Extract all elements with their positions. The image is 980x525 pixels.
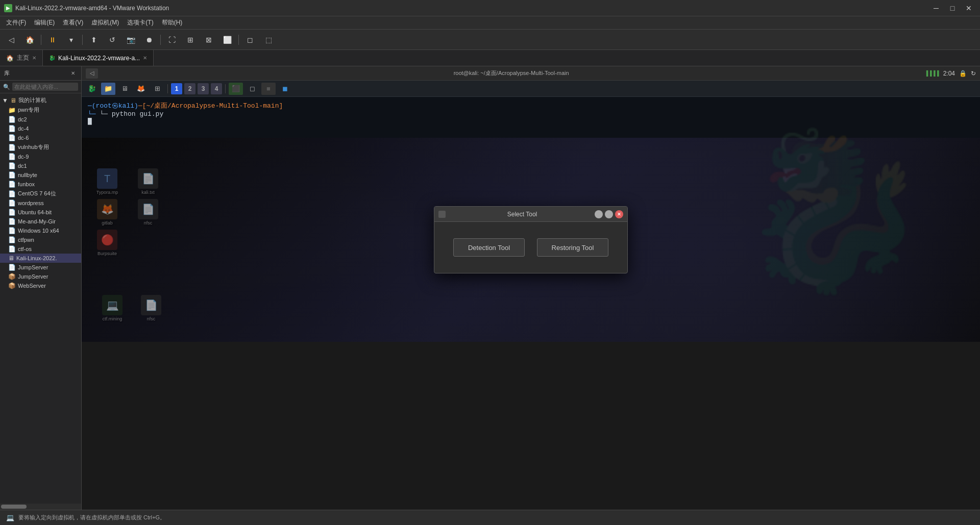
- tree-item-webserver[interactable]: 📦 WebServer: [0, 281, 81, 290]
- toolbar-back-btn[interactable]: ◁: [3, 33, 19, 47]
- toolbar-prefs-btn[interactable]: ⬚: [260, 33, 277, 47]
- kali-tab-close[interactable]: ✕: [143, 55, 147, 61]
- menu-edit[interactable]: 编辑(E): [30, 17, 59, 28]
- sidebar-close-btn[interactable]: ✕: [69, 69, 77, 78]
- tree-item-nullbyte[interactable]: 📄 nullbyte: [0, 170, 81, 180]
- kali-tab-label: Kali-Linux-2022.2-vmware-a...: [58, 55, 140, 62]
- tree-item-dc4[interactable]: 📄 dc-4: [0, 124, 81, 133]
- tree-file-icon-js1: 📄: [8, 264, 16, 271]
- toolbar-resize-btn[interactable]: ⊠: [201, 33, 217, 47]
- tree-file-icon-wordpress: 📄: [8, 199, 16, 207]
- sidebar-scrollbar[interactable]: [0, 504, 81, 510]
- tree-item-funbox[interactable]: 📄 funbox: [0, 180, 81, 189]
- sidebar-search-input[interactable]: [12, 83, 78, 91]
- kali-files-btn[interactable]: 📁: [101, 83, 115, 95]
- tab-home[interactable]: 🏠 主页 ✕: [0, 50, 43, 66]
- tree-file-icon-ctfos: 📄: [8, 245, 16, 253]
- toolbar-home-btn[interactable]: 🏠: [21, 33, 38, 47]
- dialog-close-btn[interactable]: ✕: [615, 210, 623, 218]
- tree-item-dc6[interactable]: 📄 dc-6: [0, 133, 81, 142]
- tree-file-icon-win10: 📄: [8, 227, 16, 234]
- tree-file-icon-ctfpwn: 📄: [8, 236, 16, 243]
- menu-help[interactable]: 帮助(H): [158, 17, 187, 28]
- select-tool-dialog: Select Tool ✕ Detection Tool Restoring T…: [434, 206, 628, 273]
- toolbar-sep-4: [238, 35, 239, 45]
- tree-item-jumpserver1[interactable]: 📄 JumpServer: [0, 263, 81, 272]
- tree-item-vulnhub[interactable]: 📄 vulnhub专用: [0, 142, 81, 152]
- toolbar-pause-dropdown[interactable]: ▾: [63, 33, 79, 47]
- workspace-1-btn[interactable]: 1: [171, 83, 182, 94]
- tree-item-me-gir[interactable]: 📄 Me-and-My-Gir: [0, 217, 81, 226]
- workspace-4-btn[interactable]: 4: [211, 83, 222, 94]
- toolbar-send-btn[interactable]: ⬆: [86, 33, 102, 47]
- tree-item-pwn[interactable]: 📁 pwn专用: [0, 105, 81, 115]
- toolbar-sep-3: [160, 35, 161, 45]
- tree-item-wordpress[interactable]: 📄 wordpress: [0, 198, 81, 208]
- sidebar-search-area: 🔍: [0, 81, 81, 93]
- restoring-tool-button[interactable]: Restoring Tool: [537, 238, 608, 257]
- signal-icon: ▐▐▐▐: [924, 70, 939, 76]
- kali-menu-btn[interactable]: 🐉: [85, 83, 99, 95]
- kali-app3-btn[interactable]: ■: [261, 83, 276, 95]
- tabs-bar: 🏠 主页 ✕ 🐉 Kali-Linux-2022.2-vmware-a... ✕: [0, 50, 980, 66]
- minimize-button[interactable]: ─: [929, 2, 943, 14]
- tree-pkg-icon-js2: 📦: [8, 273, 16, 280]
- menu-tab[interactable]: 选项卡(T): [123, 17, 157, 28]
- tree-item-jumpserver2[interactable]: 📦 JumpServer: [0, 272, 81, 281]
- tree-item-centos[interactable]: 📄 CentOS 7 64位: [0, 189, 81, 198]
- dialog-minimize-btn[interactable]: [595, 210, 603, 218]
- menu-file[interactable]: 文件(F): [2, 17, 30, 28]
- tree-item-dc1[interactable]: 📄 dc1: [0, 161, 81, 170]
- kali-app4-btn[interactable]: ◼: [278, 83, 292, 95]
- tree-item-ctfpwn[interactable]: 📄 ctfpwn: [0, 235, 81, 244]
- sidebar-scroll-thumb: [1, 505, 27, 509]
- tree-file-icon-dc1: 📄: [8, 162, 16, 169]
- maximize-button[interactable]: □: [945, 2, 960, 14]
- menu-vm[interactable]: 虚拟机(M): [87, 17, 123, 28]
- tree-expand-icon: ▼: [2, 97, 8, 104]
- menu-view[interactable]: 查看(V): [59, 17, 87, 28]
- terminal-cursor-line: █: [88, 118, 974, 126]
- toolbar-capture-btn[interactable]: 📷: [122, 33, 139, 47]
- tree-file-icon-vulnhub: 📄: [8, 144, 16, 151]
- kali-app2-btn[interactable]: ◻: [245, 83, 259, 95]
- terminal-line-2: └─ └─ python gui.py: [88, 110, 974, 118]
- kali-firefox-btn[interactable]: 🦊: [134, 83, 148, 95]
- home-tab-close[interactable]: ✕: [32, 55, 36, 61]
- tree-item-dc2[interactable]: 📄 dc2: [0, 115, 81, 124]
- tree-item-ubuntu[interactable]: 📄 Ubuntu 64-bit: [0, 208, 81, 217]
- toolbar-pause-btn[interactable]: ⏸: [44, 33, 61, 47]
- tree-root[interactable]: ▼ 🖥 我的计算机: [0, 95, 81, 105]
- kali-apps-btn[interactable]: ⊞: [150, 83, 164, 95]
- tree-item-kali-active[interactable]: 🖥 Kali-Linux-2022.: [0, 254, 81, 263]
- kali-app1-btn[interactable]: ⬛: [229, 83, 243, 95]
- toolbar-record-btn[interactable]: ⏺: [141, 33, 157, 47]
- tree-file-icon-dc9: 📄: [8, 153, 16, 160]
- term-prompt: ─(root㉿kali): [88, 102, 138, 110]
- toolbar-refresh-btn[interactable]: ↺: [104, 33, 120, 47]
- dialog-title-icon: [438, 211, 446, 218]
- dialog-body: Detection Tool Restoring Tool: [434, 222, 627, 273]
- vm-topbar-btn-1[interactable]: ◁: [86, 68, 98, 79]
- kali-desktop[interactable]: 🐉 T Typora.mp 🦊 gitlab 🔴 Burpsuite: [82, 138, 980, 342]
- kali-terminal-btn[interactable]: 🖥: [117, 83, 132, 95]
- vm-display-area[interactable]: ◁ root@kali: ~/桌面/Acropalypse-Multi-Tool…: [82, 66, 980, 510]
- vm-topbar-title: root@kali: ~/桌面/Acropalypse-Multi-Tool-m…: [454, 69, 569, 77]
- toolbar-stretch-btn[interactable]: ⬜: [219, 33, 235, 47]
- terminal-area: ─(root㉿kali)─[~/桌面/Acropalypse-Multi-Too…: [82, 97, 980, 138]
- tree-item-ctfos[interactable]: 📄 ctf-os: [0, 244, 81, 254]
- vm-topbar: ◁ root@kali: ~/桌面/Acropalypse-Multi-Tool…: [82, 66, 980, 81]
- main-toolbar: ◁ 🏠 ⏸ ▾ ⬆ ↺ 📷 ⏺ ⛶ ⊞ ⊠ ⬜ ◻ ⬚: [0, 30, 980, 50]
- detection-tool-button[interactable]: Detection Tool: [453, 238, 525, 257]
- tree-folder-icon-pwn: 📁: [8, 107, 16, 114]
- tree-item-win10[interactable]: 📄 Windows 10 x64: [0, 226, 81, 235]
- toolbar-fullscreen-btn[interactable]: ⛶: [164, 33, 180, 47]
- workspace-2-btn[interactable]: 2: [184, 83, 195, 94]
- toolbar-unity-btn[interactable]: ◻: [242, 33, 258, 47]
- close-button[interactable]: ✕: [962, 2, 976, 14]
- toolbar-fit-btn[interactable]: ⊞: [182, 33, 199, 47]
- tree-item-dc9[interactable]: 📄 dc-9: [0, 152, 81, 161]
- tab-kali[interactable]: 🐉 Kali-Linux-2022.2-vmware-a... ✕: [43, 50, 154, 66]
- dialog-maximize-btn[interactable]: [605, 210, 613, 218]
- workspace-3-btn[interactable]: 3: [198, 83, 209, 94]
